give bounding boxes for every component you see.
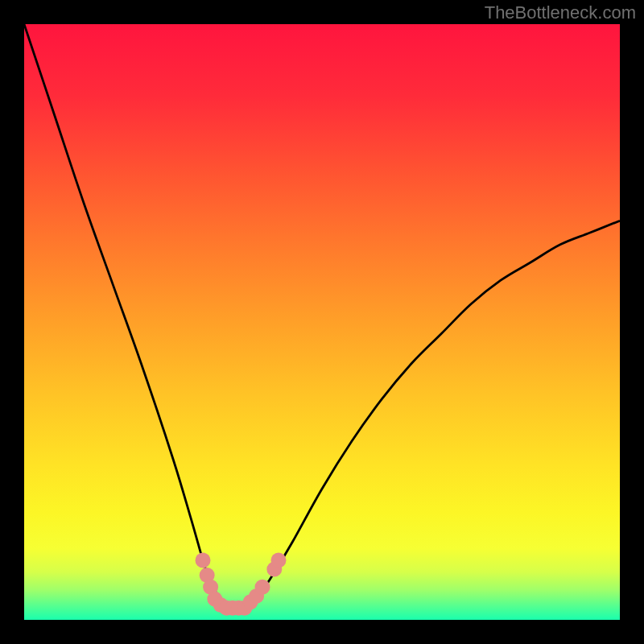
curve-marker-icon [255, 580, 270, 595]
curve-marker-icon [196, 553, 211, 568]
chart-frame: TheBottleneck.com [0, 0, 644, 644]
bottleneck-chart [24, 24, 620, 620]
curve-marker-icon [270, 553, 286, 568]
watermark-text: TheBottleneck.com [485, 2, 636, 23]
plot-area [24, 24, 620, 620]
gradient-background [24, 24, 620, 620]
